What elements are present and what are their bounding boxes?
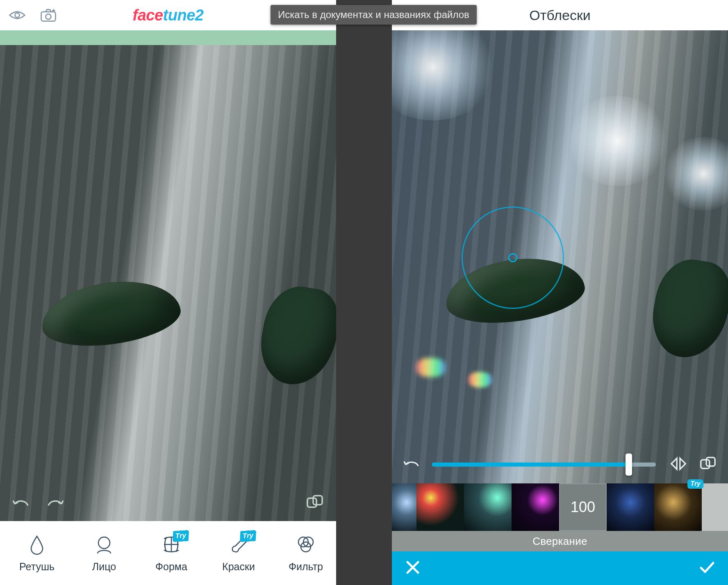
effect-thumb[interactable]: Try (654, 483, 702, 531)
try-badge: Try (239, 530, 257, 542)
effect-intensity-value: 100 (559, 483, 607, 531)
svg-rect-6 (307, 498, 316, 507)
app-brand: facetune2 (70, 7, 266, 24)
try-badge: Try (687, 479, 703, 489)
left-toolbar: Ретушь Лицо Try Форма Try Краски (0, 521, 336, 585)
confirm-bar (392, 551, 728, 585)
intensity-slider[interactable] (432, 463, 656, 467)
slider-fill (432, 463, 629, 467)
rings-icon (295, 534, 316, 555)
left-photo-preview[interactable] (0, 45, 336, 521)
svg-rect-13 (701, 460, 710, 468)
compare-icon[interactable] (305, 494, 325, 513)
effect-thumb[interactable] (416, 483, 464, 531)
droplet-icon (26, 534, 48, 555)
svg-rect-14 (706, 458, 715, 466)
effect-center-dot[interactable] (508, 253, 517, 262)
face-icon (93, 534, 115, 555)
redo-icon[interactable] (45, 494, 65, 513)
tool-retouch[interactable]: Ретушь (3, 534, 71, 573)
camera-plus-icon[interactable] (39, 7, 58, 23)
cancel-icon[interactable] (404, 559, 421, 578)
brush-icon: Try (228, 534, 249, 555)
effect-thumb[interactable] (464, 483, 512, 531)
confirm-icon[interactable] (698, 559, 716, 578)
tool-face[interactable]: Лицо (71, 534, 138, 573)
selected-effect-label: Сверкание (392, 531, 728, 551)
svg-point-0 (15, 13, 20, 18)
effect-thumb[interactable] (607, 483, 654, 531)
tool-label: Форма (155, 561, 187, 573)
slider-thumb[interactable] (626, 453, 632, 476)
left-canvas[interactable] (0, 30, 336, 521)
tool-paints[interactable]: Try Краски (205, 534, 272, 573)
svg-point-8 (98, 537, 110, 549)
effect-thumb-selected[interactable]: 100 (559, 483, 607, 531)
grid-warp-icon: Try (161, 534, 182, 555)
undo-icon[interactable] (403, 456, 421, 474)
undo-icon[interactable] (11, 494, 31, 513)
effects-strip[interactable]: 100 Try (392, 483, 728, 531)
tool-label: Краски (222, 561, 255, 573)
tool-label: Лицо (92, 561, 116, 573)
right-photo-preview[interactable] (392, 30, 728, 483)
tool-filters[interactable]: Фильтр (272, 534, 336, 573)
tool-label: Ретушь (19, 561, 55, 573)
left-photo-footer (0, 486, 336, 521)
brand-part2: tune2 (163, 7, 204, 24)
window-gap (336, 0, 392, 585)
os-search-tooltip: Искать в документах и названиях файлов (271, 5, 477, 25)
effect-thumb[interactable] (512, 483, 559, 531)
effects-panel: 100 Try Сверкание (392, 483, 728, 551)
left-app-screen: facetune2 (0, 0, 336, 585)
right-app-screen: Отблески (392, 0, 728, 585)
effect-thumb[interactable] (392, 483, 416, 531)
svg-rect-7 (313, 496, 322, 505)
mirror-icon[interactable] (669, 456, 688, 474)
tool-shape[interactable]: Try Форма (138, 534, 205, 573)
right-controls-bar (392, 446, 728, 483)
compare-icon[interactable] (698, 456, 717, 474)
tool-label: Фильтр (289, 561, 323, 573)
svg-point-2 (46, 14, 51, 19)
try-badge: Try (172, 530, 190, 542)
eye-icon[interactable] (7, 7, 27, 23)
brand-part1: face (133, 7, 163, 24)
